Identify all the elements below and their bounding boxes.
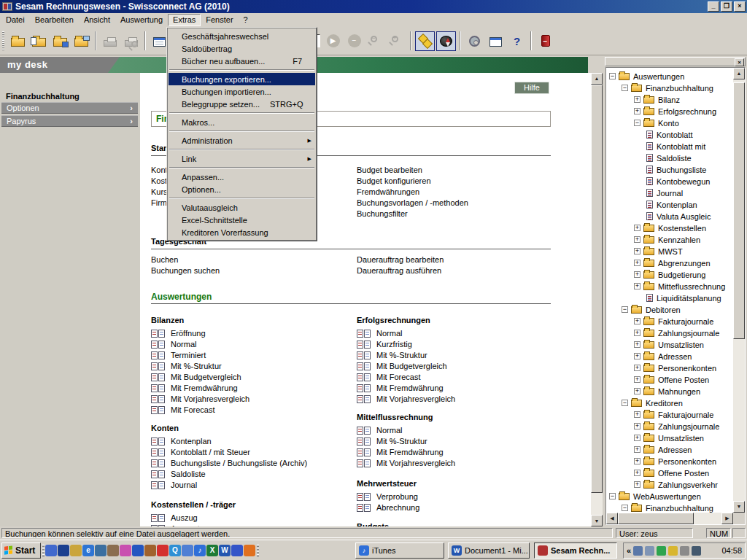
report-link-mit-fremdw-hrung[interactable]: Mit Fremdwährung: [357, 383, 444, 393]
scroll-down-icon[interactable]: ▼: [591, 515, 603, 526]
expand-icon[interactable]: +: [634, 423, 640, 429]
scroll-right-icon[interactable]: ▶: [721, 513, 733, 524]
report-link-verprobung[interactable]: Verprobung: [357, 491, 418, 502]
menubar-item-bearbeiten[interactable]: Bearbeiten: [30, 14, 79, 26]
report-link-mit-struktur[interactable]: Mit %-Struktur: [151, 361, 222, 371]
tree-item-abgrenzungen[interactable]: +Abgrenzungen: [634, 257, 711, 268]
report-link-mit-struktur[interactable]: Mit %-Struktur: [357, 350, 427, 360]
menu-item-buchungen-exportieren[interactable]: Buchungen exportieren...: [169, 73, 315, 85]
tree-item-kontoblatt-mit[interactable]: Kontoblatt mit: [646, 141, 705, 152]
tree-item-erfolgsrechnung[interactable]: +Erfolgsrechnung: [634, 106, 716, 117]
tree-item-kreditoren[interactable]: −Kreditoren: [622, 397, 683, 408]
expand-icon[interactable]: +: [634, 481, 640, 488]
report-link-mit-vorjahresvergleich[interactable]: Mit Vorjahresvergleich: [357, 394, 455, 404]
tree-item-journal[interactable]: Journal: [646, 187, 683, 198]
report-link-er-ffnung[interactable]: Eröffnung: [151, 328, 206, 338]
task-button-document1-mi[interactable]: WDocument1 - Mi...: [448, 542, 530, 559]
report-link-mit-budgetvergleich[interactable]: Mit Budgetvergleich: [357, 361, 447, 371]
tray-volume-icon[interactable]: [668, 546, 678, 556]
tree-item-adressen[interactable]: +Adressen: [634, 351, 692, 362]
tree-item-zahlungsjournale[interactable]: +Zahlungsjournale: [634, 327, 719, 338]
report-link-saldoliste[interactable]: Saldoliste: [151, 469, 206, 479]
menu-item-makros[interactable]: Makros...: [169, 116, 315, 128]
close-button[interactable]: ×: [734, 1, 746, 12]
tree-item-valuta-ausgleic[interactable]: Valuta Ausgleic: [646, 211, 711, 222]
report-link-normal[interactable]: Normal: [357, 425, 402, 435]
tree-item-kennzahlen[interactable]: +Kennzahlen: [634, 234, 700, 245]
tree-item-budgetierung[interactable]: +Budgetierung: [634, 269, 705, 280]
tree-item-finanzbuchhaltung[interactable]: −Finanzbuchhaltung: [622, 502, 713, 513]
report-link-buchungsliste-buchungsliste-archiv[interactable]: Buchungsliste / Buchungsliste (Archiv): [151, 458, 307, 468]
menubar-item-datei[interactable]: Datei: [1, 14, 30, 26]
tree-item-fakturajournale[interactable]: +Fakturajournale: [634, 316, 713, 327]
expand-icon[interactable]: +: [634, 411, 640, 418]
tree-item-mitteflussrechnung[interactable]: +Mitteflussrechnung: [634, 281, 725, 292]
tree-item-mahnungen[interactable]: +Mahnungen: [634, 386, 700, 397]
tree-item-webauswertungen[interactable]: −WebAuswertungen: [609, 491, 701, 502]
report-link-auszug[interactable]: Auszug: [151, 513, 198, 523]
tree-item-konto[interactable]: −Konto: [634, 117, 679, 128]
quick-launch-icon[interactable]: [70, 545, 82, 556]
tree-item-personenkonten[interactable]: +Personenkonten: [634, 362, 716, 373]
menubar-item-auswertung[interactable]: Auswertung: [115, 14, 168, 26]
tree-item-zahlungsverkehr[interactable]: +Zahlungsverkehr: [634, 479, 718, 490]
maximize-button[interactable]: ❐: [721, 1, 732, 12]
tree-vscrollbar-thumb[interactable]: [733, 82, 745, 339]
quick-launch-icon[interactable]: W: [219, 545, 231, 556]
collapse-icon[interactable]: −: [622, 400, 628, 406]
tree-item-bilanz[interactable]: +Bilanz: [634, 94, 680, 105]
report-link-kurzfristig[interactable]: Kurzfristig: [357, 339, 412, 349]
expand-icon[interactable]: +: [634, 341, 640, 348]
link-buchungen-suchen[interactable]: Buchungen suchen: [151, 265, 220, 276]
folder-doc-button[interactable]: [29, 31, 49, 51]
menu-item-excel-schnittstelle[interactable]: Excel-Schnittstelle: [169, 214, 315, 226]
tray-shield-icon[interactable]: [657, 546, 666, 556]
report-link-mit-fremdw-hrung[interactable]: Mit Fremdwährung: [357, 447, 444, 457]
scroll-up-icon[interactable]: ▲: [591, 73, 603, 85]
sidebar-item-optionen[interactable]: Optionen›: [1, 102, 138, 114]
quick-launch-icon[interactable]: [244, 545, 255, 556]
expand-icon[interactable]: +: [634, 260, 640, 266]
nav-refresh-button[interactable]: −: [344, 31, 364, 51]
tree-item-liquidit-tsplanung[interactable]: Liquiditätsplanung: [646, 292, 721, 303]
report-link-kontoblatt-mit-steuer[interactable]: Kontoblatt / mit Steuer: [151, 447, 250, 457]
tree-item-debitoren[interactable]: −Debitoren: [622, 304, 681, 315]
collapse-icon[interactable]: −: [609, 73, 616, 79]
expand-icon[interactable]: +: [634, 365, 640, 371]
quick-launch-icon[interactable]: [157, 545, 169, 556]
sidebar-item-papyrus[interactable]: Papyrus›: [1, 115, 138, 127]
quick-launch-icon[interactable]: [45, 545, 57, 556]
tree-item-kontenplan[interactable]: Kontenplan: [646, 199, 697, 210]
task-button-sesam-rechn[interactable]: Sesam Rechn...: [534, 542, 617, 559]
folder-open-button[interactable]: [8, 31, 28, 51]
report-link-mit-struktur[interactable]: Mit %-Struktur: [357, 436, 427, 446]
expand-icon[interactable]: +: [634, 388, 640, 394]
expand-icon[interactable]: +: [634, 225, 640, 231]
menu-item-optionen[interactable]: Optionen...: [169, 183, 315, 195]
link-dauerauftrag-bearbeiten[interactable]: Dauerauftrag bearbeiten: [357, 254, 444, 265]
tree-item-zahlungsjournale[interactable]: +Zahlungsjournale: [634, 421, 719, 432]
tray-display-icon[interactable]: [633, 546, 643, 556]
tray-network-icon[interactable]: [645, 546, 654, 556]
expand-icon[interactable]: +: [634, 318, 640, 324]
tree-hscrollbar[interactable]: ◀▶: [606, 513, 733, 524]
expand-icon[interactable]: +: [634, 458, 640, 464]
report-link-mit-vorjahresvergleich[interactable]: Mit Vorjahresvergleich: [151, 394, 249, 404]
tree-item-buchungsliste[interactable]: Buchungsliste: [646, 164, 707, 175]
nav-forward-button[interactable]: ▶: [323, 31, 343, 51]
expand-icon[interactable]: +: [634, 376, 640, 383]
tree-item-finanzbuchhaltung[interactable]: −Finanzbuchhaltung: [622, 82, 713, 93]
help-button[interactable]: Hilfe: [514, 82, 549, 94]
tree-item-personenkonten[interactable]: +Personenkonten: [634, 456, 716, 467]
expand-icon[interactable]: +: [634, 283, 640, 289]
folder-copy-button[interactable]: [71, 31, 91, 51]
collapse-icon[interactable]: −: [622, 85, 628, 91]
quick-launch-icon[interactable]: [95, 545, 107, 556]
menu-item-buchungen-importieren[interactable]: Buchungen importieren...: [169, 85, 315, 98]
menu-item-b-cher-neu-aufbauen[interactable]: Bücher neu aufbauen...F7: [169, 55, 315, 67]
quick-launch-icon[interactable]: [107, 545, 119, 556]
quick-launch-icon[interactable]: X: [206, 545, 218, 556]
link-fremdw-hrungen[interactable]: Fremdwährungen: [357, 187, 419, 197]
collapse-icon[interactable]: −: [609, 493, 616, 499]
menu-item-valutaausgleich[interactable]: Valutaausgleich: [169, 201, 315, 214]
